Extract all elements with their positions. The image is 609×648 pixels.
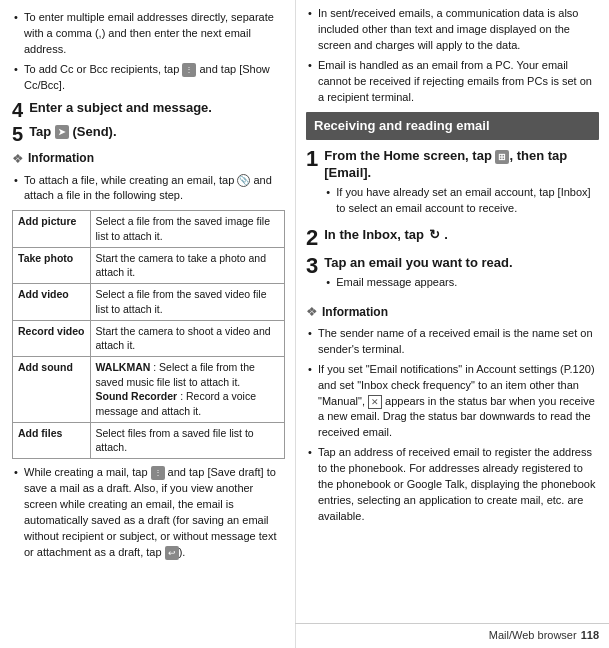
right-info-header: ❖ Information	[306, 303, 599, 322]
send-icon: ➤	[55, 125, 69, 139]
home-icon: ⊞	[495, 150, 509, 164]
table-row: Add picture Select a file from the saved…	[13, 211, 285, 247]
section-banner: Receiving and reading email	[306, 112, 599, 141]
right-diamond-icon: ❖	[306, 303, 318, 322]
step3-bullet: Email message appears.	[324, 275, 512, 291]
table-desc-cell: Select files from a saved file list to a…	[90, 422, 284, 458]
right-step-2-title: In the Inbox, tap ↻ .	[324, 227, 448, 244]
refresh-icon: ↻	[429, 227, 440, 244]
table-row: Record video Start the camera to shoot a…	[13, 320, 285, 356]
footer-bar: Mail/Web browser 118	[295, 623, 609, 648]
bullet-item: To enter multiple email addresses direct…	[12, 10, 285, 58]
table-desc-cell: Select a file from the saved video file …	[90, 284, 284, 320]
footer-page-number: 118	[581, 628, 599, 644]
right-info-bullets: The sender name of a received email is t…	[306, 326, 599, 525]
right-step-1-row: 1 From the Home screen, tap ⊞, then tap …	[306, 148, 599, 223]
right-step-3-number: 3	[306, 255, 318, 277]
table-row: Take photo Start the camera to take a ph…	[13, 247, 285, 283]
bottom-bullet-item: While creating a mail, tap ⋮ and tap [Sa…	[12, 465, 285, 561]
right-step-1-number: 1	[306, 148, 318, 170]
bullet-item: To add Cc or Bcc recipients, tap ⋮ and t…	[12, 62, 285, 94]
info-bullet-item: To attach a file, while creating an emai…	[12, 173, 285, 205]
attach-options-table: Add picture Select a file from the saved…	[12, 210, 285, 459]
step-5-title: Tap ➤ (Send).	[29, 124, 116, 141]
step-5-row: 5 Tap ➤ (Send).	[12, 124, 285, 144]
right-bullet-item: In sent/received emails, a communication…	[306, 6, 599, 54]
right-step-2-row: 2 In the Inbox, tap ↻ .	[306, 227, 599, 249]
table-action-cell: Add picture	[13, 211, 91, 247]
step-5-number: 5	[12, 124, 23, 144]
step3-sub-bullets: Email message appears.	[324, 275, 512, 291]
footer-label: Mail/Web browser	[489, 628, 577, 644]
step-4-title: Enter a subject and message.	[29, 100, 212, 117]
right-step-1-title: From the Home screen, tap ⊞, then tap [E…	[324, 148, 599, 182]
top-bullets: To enter multiple email addresses direct…	[12, 10, 285, 94]
right-step-2-number: 2	[306, 227, 318, 249]
notification-icon: ✕	[368, 395, 382, 409]
right-column: In sent/received emails, a communication…	[295, 0, 609, 648]
diamond-icon: ❖	[12, 150, 24, 169]
menu-icon-2: ⋮	[151, 466, 165, 480]
right-info-bullet-2: Tap an address of received email to regi…	[306, 445, 599, 525]
right-bullet-item: Email is handled as an email from a PC. …	[306, 58, 599, 106]
step1-bullet: If you have already set an email account…	[324, 185, 599, 217]
info-label: Information	[28, 150, 94, 167]
right-info-label: Information	[322, 304, 388, 321]
table-desc-cell: WALKMAN : Select a file from the saved m…	[90, 356, 284, 422]
sound-recorder-label: Sound Recorder	[96, 390, 178, 402]
page: To enter multiple email addresses direct…	[0, 0, 609, 648]
table-row: Add sound WALKMAN : Select a file from t…	[13, 356, 285, 422]
table-action-cell: Add files	[13, 422, 91, 458]
step1-sub-bullets: If you have already set an email account…	[324, 185, 599, 217]
table-desc-cell: Select a file from the saved image file …	[90, 211, 284, 247]
back-icon: ↩	[165, 546, 179, 560]
right-step-3-row: 3 Tap an email you want to read. Email m…	[306, 255, 599, 297]
menu-icon: ⋮	[182, 63, 196, 77]
table-action-cell: Record video	[13, 320, 91, 356]
right-step-1-content: From the Home screen, tap ⊞, then tap [E…	[324, 148, 599, 223]
table-desc-cell: Start the camera to shoot a video and at…	[90, 320, 284, 356]
left-column: To enter multiple email addresses direct…	[0, 0, 295, 648]
table-action-cell: Take photo	[13, 247, 91, 283]
right-info-bullet-0: The sender name of a received email is t…	[306, 326, 599, 358]
walkman-label: WALKMAN	[96, 361, 151, 373]
right-top-bullets: In sent/received emails, a communication…	[306, 6, 599, 106]
table-row: Add video Select a file from the saved v…	[13, 284, 285, 320]
bottom-bullets: While creating a mail, tap ⋮ and tap [Sa…	[12, 465, 285, 561]
step-4-row: 4 Enter a subject and message.	[12, 100, 285, 120]
info-header: ❖ Information	[12, 150, 285, 169]
attach-icon: 📎	[237, 174, 250, 187]
right-step-3-content: Tap an email you want to read. Email mes…	[324, 255, 512, 297]
table-desc-cell: Start the camera to take a photo and att…	[90, 247, 284, 283]
table-row: Add files Select files from a saved file…	[13, 422, 285, 458]
info-bullet-list: To attach a file, while creating an emai…	[12, 173, 285, 205]
right-info-bullet-1: If you set "Email notifications" in Acco…	[306, 362, 599, 442]
step-4-number: 4	[12, 100, 23, 120]
right-step-3-title: Tap an email you want to read.	[324, 255, 512, 272]
table-action-cell: Add video	[13, 284, 91, 320]
table-action-cell: Add sound	[13, 356, 91, 422]
